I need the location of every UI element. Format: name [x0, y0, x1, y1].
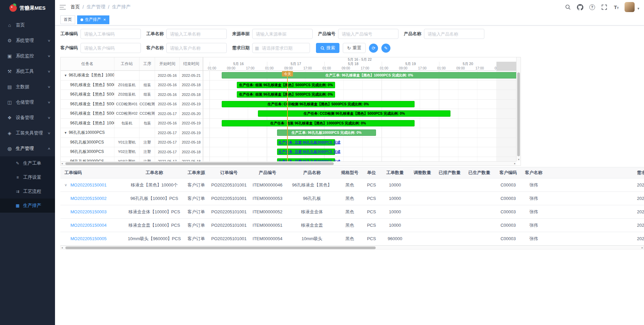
table-horizontal-scrollbar[interactable]: ◂ ▸ [60, 246, 644, 250]
column-header[interactable]: 需求日期 [546, 167, 644, 178]
column-header[interactable]: 已生产数量 [464, 167, 495, 178]
work-order-link[interactable]: MO202205150004 [70, 223, 107, 228]
edit-circle-button[interactable]: ✎ [381, 44, 390, 53]
app-logo[interactable]: 苦糖果MES [0, 0, 55, 16]
sidebar-item-system-monitor[interactable]: ▣系统监控∨ [0, 48, 55, 64]
sidebar-item-fixture-management[interactable]: ◈工装夹具管理∨ [0, 125, 55, 141]
gantt-task-row[interactable]: ▼96孔孔板10000PCS2022-05-172022-05-19 [61, 128, 203, 138]
column-header[interactable]: 工单数量 [381, 167, 409, 178]
column-header[interactable]: 工单来源 [183, 167, 210, 178]
column-header[interactable]: 产品名称 [287, 167, 337, 178]
customer-code-input[interactable] [80, 43, 141, 53]
tab-production-scheduling[interactable]: 生产排产× [77, 15, 109, 24]
column-header[interactable]: 单位 [362, 167, 381, 178]
gantt-bar[interactable]: 生产任务: 注塑 96孔孔板3000PCS 完成 [277, 158, 335, 162]
gantt-bar[interactable]: 生产任务: 注塑 96孔孔板3000PCS 完成 [277, 139, 335, 146]
scroll-down-icon[interactable]: ▾ [517, 158, 521, 161]
gantt-bar[interactable]: 生产任务: 组装 96孔移液盒【黑色】5000PCS 完成比例: 0% [237, 91, 335, 98]
customer-name-input[interactable] [166, 43, 227, 53]
sidebar-item-production-management[interactable]: ◎生产管理∧ [0, 141, 55, 156]
github-icon[interactable] [576, 3, 584, 11]
product-code-input[interactable] [338, 29, 398, 39]
table-row: ∨MO202205150001移液盒【黑色】10000个客户订单PO202205… [60, 178, 644, 192]
horizontal-scroll-thumb[interactable] [65, 247, 376, 249]
gantt-timeline-header: 5月 16 - 5月 225月 165月 175月 185月 195月 205月… [203, 57, 516, 71]
filter-label: 工单名称 [146, 31, 164, 37]
column-header[interactable]: 调整数量 [409, 167, 435, 178]
horizontal-scroll-thumb[interactable] [65, 162, 334, 165]
gantt-bar[interactable]: 生产任务: 包装 96孔移液盒【黑色】10000PCS 完成比例: 0% [222, 120, 415, 126]
expand-triangle-icon[interactable]: ▼ [64, 74, 67, 77]
gantt-bar[interactable]: 生产任务: CCD检测 96孔移液盒【黑色】5000PCS 完成比例: 0% [222, 101, 415, 107]
gantt-column-header[interactable]: 开始时间 [155, 57, 180, 70]
gantt-column-header[interactable]: 工作站 [114, 57, 140, 70]
gantt-column-header[interactable]: 任务名 [61, 57, 114, 70]
refresh-circle-button[interactable]: ⟳ [369, 44, 378, 53]
gantt-column-header[interactable]: 结束时间 [180, 57, 203, 70]
sidebar-item-process-settings[interactable]: ≡工序设置 [0, 170, 55, 184]
work-order-link[interactable]: MO202205150001 [70, 182, 107, 187]
work-order-code-input[interactable] [80, 29, 141, 39]
help-icon[interactable]: ? [588, 3, 596, 11]
gantt-horizontal-scrollbar[interactable]: ◂ ▸ [61, 161, 516, 165]
gantt-bar[interactable]: 生产任务: 注塑 96孔孔板3000PCS 完成 [277, 149, 335, 155]
source-doc-input[interactable] [252, 29, 313, 39]
column-header[interactable]: 订单编号 [210, 167, 248, 178]
expand-triangle-icon[interactable]: ▼ [64, 131, 67, 134]
hamburger-icon[interactable] [60, 5, 66, 10]
sidebar-item-system-management[interactable]: ⚙系统管理∨ [0, 33, 55, 48]
close-icon[interactable]: × [103, 17, 106, 22]
sidebar-item-master-data[interactable]: ▤主数据∨ [0, 79, 55, 95]
gantt-task-row[interactable]: 96孔移液盒【黑色】5000PCSZ01组装机组装2022-05-162022-… [61, 80, 203, 90]
column-header[interactable]: 已排产数量 [435, 167, 464, 178]
scroll-right-icon[interactable]: ▸ [514, 162, 516, 166]
column-header[interactable]: 客户名称 [522, 167, 546, 178]
gantt-bar[interactable]: 生产任务: 组装 96孔移液盒【黑色】5000PCS 完成比例: 0% [237, 82, 335, 88]
gantt-column-header[interactable]: 工序 [140, 57, 155, 70]
gantt-task-row[interactable]: 96孔移液盒【黑色】5000PCSZ02组装机组装2022-05-162022-… [61, 90, 203, 100]
caret-down-icon[interactable]: ▾ [637, 6, 639, 12]
vertical-scroll-thumb[interactable] [517, 72, 520, 156]
font-size-icon[interactable]: TT [612, 3, 620, 11]
sidebar-item-production-work-order[interactable]: ✎生产工单 [0, 156, 55, 170]
scroll-left-icon[interactable]: ◂ [61, 162, 63, 166]
search-button[interactable]: 搜索 [316, 43, 339, 53]
refresh-icon: ↻ [347, 46, 351, 51]
gantt-task-row[interactable]: 96孔孔板3000PCSY02注塑机注塑2022-05-172022-05-18 [61, 147, 203, 157]
gantt-task-row[interactable]: 96孔移液盒【黑色】5000PCSCCD检测#01CCD检测2022-05-16… [61, 100, 203, 109]
sidebar-item-home[interactable]: ⌂首页 [0, 17, 55, 33]
column-header[interactable]: 客户编码 [495, 167, 522, 178]
product-name-input[interactable] [424, 29, 484, 39]
work-order-link[interactable]: MO202205150005 [70, 236, 107, 241]
column-header[interactable]: 规格型号 [337, 167, 362, 178]
gantt-task-row[interactable]: 96孔孔板3000PCSY01注塑机注塑2022-05-172022-05-18 [61, 138, 203, 148]
work-order-link[interactable]: MO202205150003 [70, 209, 107, 214]
work-order-name-input[interactable] [166, 29, 227, 39]
gantt-task-row[interactable]: 96孔孔板3000PCSY03注塑机注塑2022-05-172022-05-18 [61, 157, 203, 162]
scroll-left-icon[interactable]: ◂ [61, 246, 63, 250]
column-header[interactable]: 工单名称 [126, 167, 183, 178]
reset-button[interactable]: ↻ 重置 [343, 43, 366, 53]
search-icon[interactable] [564, 3, 572, 11]
sidebar-item-system-tools[interactable]: ⚒系统工具∨ [0, 64, 55, 79]
sidebar-item-equipment-management[interactable]: ❖设备管理∨ [0, 110, 55, 125]
sidebar-item-process-flow[interactable]: ⇉工艺流程 [0, 184, 55, 199]
gantt-bar[interactable]: 生产工单: 96孔孔板10000PCS 完成比例: 0% [277, 129, 376, 136]
gantt-task-row[interactable]: ▼96孔移液盒【黑色】10000PCS2022-05-162022-05-21 [61, 71, 203, 80]
demand-date-input[interactable] [252, 43, 310, 53]
column-header[interactable]: 产品编号 [248, 167, 287, 178]
sidebar-item-production-scheduling[interactable]: ▦生产排产 [0, 199, 55, 213]
chevron-down-icon[interactable]: ∨ [64, 183, 70, 187]
gantt-task-row[interactable]: 96孔移液盒【黑色】5000PCSCCD检测#02CCD检测2022-05-17… [61, 109, 203, 119]
scroll-right-icon[interactable]: ▸ [642, 246, 643, 250]
fullscreen-icon[interactable] [600, 3, 608, 11]
sidebar-item-warehouse-management[interactable]: ◫仓储管理∨ [0, 95, 55, 110]
gantt-task-row[interactable]: 96孔移液盒【黑色】10000PCS包装机包装2022-05-162022-05… [61, 119, 203, 128]
gantt-bar[interactable]: 生产工单: 96孔移液盒【黑色】10000PCS 完成比例: 0% [222, 72, 516, 78]
work-order-link[interactable]: MO202205150002 [70, 196, 107, 201]
breadcrumb-item[interactable]: 首页 [70, 4, 80, 10]
tab-home[interactable]: 首页 [60, 15, 75, 24]
column-header[interactable]: 工单编码 [60, 167, 126, 178]
gantt-vertical-scrollbar[interactable]: ▾ [516, 57, 521, 161]
avatar[interactable] [625, 2, 635, 12]
